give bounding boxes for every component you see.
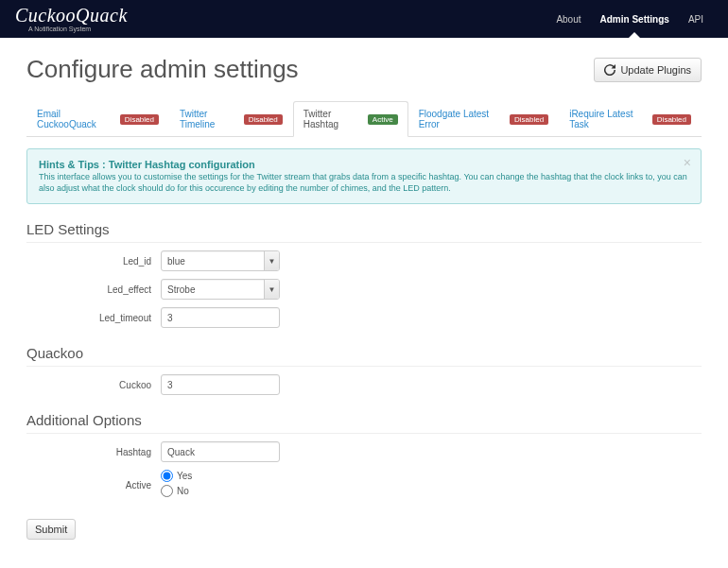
active-yes-radio[interactable] bbox=[161, 470, 173, 482]
tab-label: Floodgate Latest Error bbox=[419, 109, 507, 129]
row-led-effect: Led_effect ▼ bbox=[26, 279, 702, 300]
active-radio-group: Yes No bbox=[161, 470, 192, 500]
section-additional-options: Additional Options bbox=[26, 412, 702, 434]
label-led-effect: Led_effect bbox=[26, 284, 161, 295]
brand-tagline: A Notification System bbox=[28, 26, 128, 32]
section-led-settings: LED Settings bbox=[26, 221, 702, 243]
close-icon[interactable]: × bbox=[684, 155, 691, 170]
update-plugins-button[interactable]: Update Plugins bbox=[594, 58, 702, 82]
tab-floodgate-latest-error[interactable]: Floodgate Latest Error Disabled bbox=[408, 101, 560, 136]
label-hashtag: Hashtag bbox=[26, 447, 161, 457]
brand: CuckooQuack A Notification System bbox=[15, 6, 128, 32]
alert-title: Hints & Tips : Twitter Hashtag configura… bbox=[39, 159, 689, 170]
tab-twitter-hashtag[interactable]: Twitter Hashtag Active bbox=[293, 101, 408, 137]
tabs: Email CuckooQuack Disabled Twitter Timel… bbox=[26, 101, 702, 137]
section-quackoo: Quackoo bbox=[26, 345, 702, 367]
submit-button[interactable]: Submit bbox=[26, 519, 76, 540]
update-plugins-label: Update Plugins bbox=[620, 64, 691, 76]
alert-body: This interface allows you to customise t… bbox=[39, 172, 689, 194]
row-cuckoo: Cuckoo bbox=[26, 374, 702, 395]
nav-api[interactable]: API bbox=[679, 2, 713, 37]
tab-label: Twitter Hashtag bbox=[303, 109, 365, 129]
status-badge: Disabled bbox=[244, 114, 283, 125]
row-led-timeout: Led_timeout bbox=[26, 307, 702, 328]
label-led-id: Led_id bbox=[26, 256, 161, 267]
select-led-id[interactable]: ▼ bbox=[161, 250, 280, 271]
tab-label: Email CuckooQuack bbox=[37, 109, 117, 129]
row-led-id: Led_id ▼ bbox=[26, 250, 702, 271]
tab-twitter-timeline[interactable]: Twitter Timeline Disabled bbox=[169, 101, 293, 136]
tab-email-cuckooquack[interactable]: Email CuckooQuack Disabled bbox=[26, 101, 169, 136]
page-title: Configure admin settings bbox=[26, 55, 299, 84]
select-led-effect[interactable]: ▼ bbox=[161, 279, 280, 300]
status-badge: Disabled bbox=[652, 114, 691, 125]
status-badge: Disabled bbox=[120, 114, 159, 125]
hint-alert: × Hints & Tips : Twitter Hashtag configu… bbox=[26, 148, 702, 204]
row-active: Active Yes No bbox=[26, 470, 702, 500]
tab-label: iRequire Latest Task bbox=[569, 109, 650, 129]
status-badge: Active bbox=[368, 114, 398, 125]
active-no-label: No bbox=[177, 486, 189, 496]
led-id-field[interactable] bbox=[161, 250, 280, 271]
row-hashtag: Hashtag bbox=[26, 441, 702, 462]
page-header: Configure admin settings Update Plugins bbox=[26, 55, 702, 84]
nav-about[interactable]: About bbox=[546, 2, 590, 37]
label-active: Active bbox=[26, 480, 161, 491]
navbar: CuckooQuack A Notification System About … bbox=[0, 0, 728, 38]
refresh-icon bbox=[604, 64, 615, 76]
hashtag-field[interactable] bbox=[161, 441, 280, 462]
submit-label: Submit bbox=[35, 524, 67, 535]
tab-label: Twitter Timeline bbox=[180, 109, 241, 129]
led-timeout-field[interactable] bbox=[161, 307, 280, 328]
led-effect-field[interactable] bbox=[161, 279, 280, 300]
cuckoo-field[interactable] bbox=[161, 374, 280, 395]
active-yes-label: Yes bbox=[177, 471, 192, 481]
label-led-timeout: Led_timeout bbox=[26, 313, 161, 323]
main-container: Configure admin settings Update Plugins … bbox=[0, 55, 728, 566]
tab-irequire-latest-task[interactable]: iRequire Latest Task Disabled bbox=[559, 101, 702, 136]
status-badge: Disabled bbox=[510, 114, 548, 125]
nav-items: About Admin Settings API bbox=[546, 2, 713, 37]
active-no-radio[interactable] bbox=[161, 485, 173, 497]
nav-admin-settings[interactable]: Admin Settings bbox=[591, 2, 679, 37]
brand-name: CuckooQuack bbox=[15, 6, 128, 25]
label-cuckoo: Cuckoo bbox=[26, 380, 161, 390]
